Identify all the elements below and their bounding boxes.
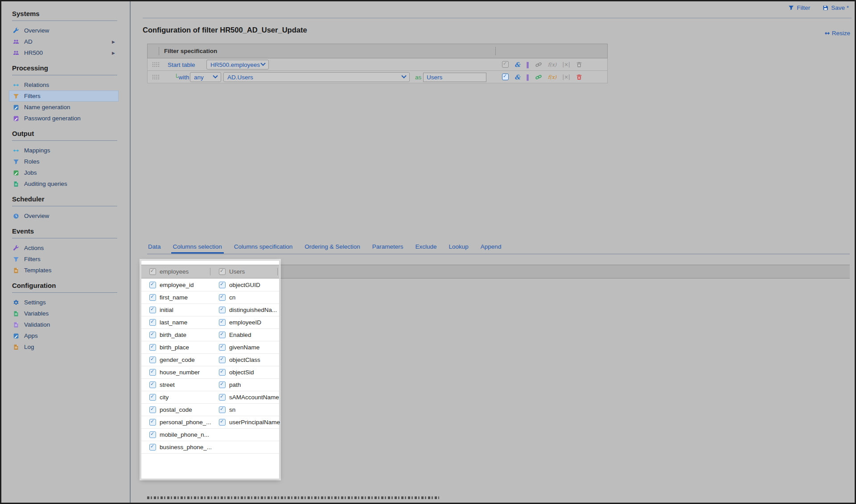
sidebar-item-log[interactable]: Log (9, 341, 119, 352)
sidebar-item-relations[interactable]: Relations (9, 79, 119, 90)
sidebar-item-mappings[interactable]: Mappings (9, 145, 119, 156)
sidebar-item-templates[interactable]: Templates (9, 265, 119, 276)
column-checkbox[interactable] (149, 381, 156, 388)
column-divider (277, 268, 278, 275)
start-table-label: Start table (168, 61, 195, 68)
start-table-row: Start table HR500.employees (147, 58, 608, 71)
tab-exclude[interactable]: Exclude (416, 243, 437, 254)
sidebar-item-auditing-queries[interactable]: Auditing queries (9, 178, 119, 189)
resize-button[interactable]: ↔ Resize (824, 29, 850, 37)
sidebar-item-roles[interactable]: Roles (9, 156, 119, 167)
column-checkbox[interactable] (219, 381, 226, 388)
tab-data[interactable]: Data (148, 243, 161, 254)
column-row: streetpath (141, 379, 279, 391)
column-checkbox[interactable] (219, 356, 226, 363)
sidebar-item-password-generation[interactable]: Password generation (9, 113, 119, 124)
trash-icon[interactable] (576, 74, 582, 80)
trash-icon[interactable] (576, 61, 582, 68)
parallel-icon[interactable] (526, 61, 529, 68)
sidebar-item-hr500[interactable]: HR500 ▶ (9, 47, 119, 58)
chevron-right-icon: ▶ (112, 40, 115, 44)
column-checkbox[interactable] (149, 294, 156, 301)
column-checkbox[interactable] (149, 431, 156, 438)
drag-handle-icon[interactable] (152, 62, 160, 67)
column-checkbox[interactable] (149, 394, 156, 401)
column-checkbox[interactable] (149, 344, 156, 351)
column-row: initialdistinguishedNa... (141, 304, 279, 316)
with-label: └with (174, 74, 189, 80)
sidebar-item-settings[interactable]: Settings (9, 297, 119, 308)
section-title-output: Output (9, 124, 130, 140)
wrench-icon (13, 245, 19, 251)
document-icon (13, 181, 19, 187)
sidebar-item-ad[interactable]: AD ▶ (9, 36, 119, 47)
column-checkbox[interactable] (219, 406, 226, 413)
sidebar-item-filters[interactable]: Filters (9, 90, 119, 102)
column-row: birth_dateEnabled (141, 329, 279, 341)
tab-parameters[interactable]: Parameters (372, 243, 403, 254)
save-button[interactable]: Save * (823, 4, 849, 11)
header-divider (495, 47, 496, 55)
sidebar-item-jobs[interactable]: Jobs (9, 167, 119, 178)
column-checkbox[interactable] (219, 282, 226, 288)
function-icon[interactable] (548, 74, 557, 80)
function-icon[interactable] (548, 61, 557, 68)
column-checkbox[interactable] (149, 307, 156, 313)
column-row: mobile_phone_n... (141, 429, 279, 441)
sidebar-item-validation[interactable]: Validation (9, 319, 119, 330)
checkbox-icon[interactable] (502, 74, 509, 80)
column-checkbox[interactable] (219, 394, 226, 401)
clear-icon[interactable] (562, 61, 570, 68)
column-checkbox[interactable] (149, 332, 156, 338)
quantifier-select[interactable]: any (190, 72, 221, 82)
target-table-select[interactable]: AD.Users (223, 72, 410, 82)
column-checkbox[interactable] (149, 282, 156, 288)
sidebar-item-scheduler-overview[interactable]: Overview (9, 210, 119, 221)
tab-ordering-selection[interactable]: Ordering & Selection (305, 243, 360, 254)
drag-handle-icon[interactable] (152, 74, 160, 80)
clear-icon[interactable] (562, 74, 570, 80)
link-icon[interactable] (535, 61, 542, 68)
column-checkbox[interactable] (149, 419, 156, 426)
sidebar-item-overview[interactable]: Overview (9, 25, 119, 36)
parallel-icon[interactable] (526, 74, 529, 81)
tab-append[interactable]: Append (481, 243, 502, 254)
column-checkbox[interactable] (219, 419, 226, 426)
link-icon[interactable] (535, 74, 542, 81)
chevron-down-icon (260, 61, 265, 66)
select-all-users-checkbox[interactable] (219, 268, 226, 275)
column-checkbox[interactable] (219, 319, 226, 326)
sidebar-item-name-generation[interactable]: Name generation (9, 102, 119, 113)
sidebar-item-apps[interactable]: Apps (9, 330, 119, 341)
section-title-systems: Systems (9, 4, 130, 20)
column-checkbox[interactable] (219, 369, 226, 376)
ampersand-icon[interactable] (514, 74, 520, 81)
column-row: gender_codeobjectClass (141, 354, 279, 366)
tab-lookup[interactable]: Lookup (449, 243, 469, 254)
sidebar-item-event-filters[interactable]: Filters (9, 254, 119, 265)
pencil-doc-icon (13, 104, 19, 111)
column-checkbox[interactable] (149, 406, 156, 413)
column-checkbox[interactable] (219, 307, 226, 313)
column-checkbox[interactable] (219, 344, 226, 351)
row-actions (502, 58, 582, 70)
column-checkbox[interactable] (149, 369, 156, 376)
header-divider (159, 47, 159, 55)
column-checkbox[interactable] (149, 444, 156, 451)
column-checkbox[interactable] (149, 319, 156, 326)
tab-columns-selection[interactable]: Columns selection (173, 243, 222, 254)
ampersand-icon[interactable] (514, 61, 520, 68)
start-table-select[interactable]: HR500.employees (206, 60, 269, 70)
tab-columns-specification[interactable]: Columns specification (234, 243, 292, 254)
sidebar-item-actions[interactable]: Actions (9, 242, 119, 254)
sidebar-item-variables[interactable]: Variables (9, 308, 119, 319)
funnel-icon (13, 159, 19, 165)
select-all-employees-checkbox[interactable] (149, 268, 156, 275)
checkbox-icon[interactable] (502, 61, 509, 68)
filter-button[interactable]: Filter (788, 4, 810, 11)
column-checkbox[interactable] (149, 356, 156, 363)
alias-input[interactable]: Users (423, 73, 486, 82)
column-checkbox[interactable] (219, 294, 226, 301)
column-checkbox[interactable] (219, 332, 226, 338)
page-title: Configuration of filter HR500_AD_User_Up… (143, 26, 307, 34)
